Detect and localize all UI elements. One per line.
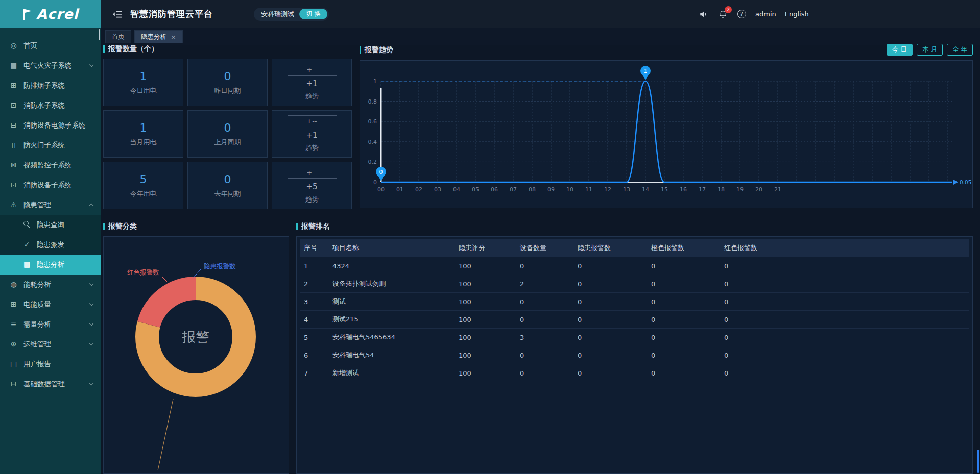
stat-value: 0 <box>224 173 231 186</box>
sidebar-item[interactable]: ✓隐患派发 <box>0 235 101 255</box>
sidebar-item[interactable]: ⊟消防设备电源子系统 <box>0 115 101 135</box>
stat-card[interactable]: +--+1趋势 <box>272 110 352 158</box>
sidebar-item[interactable]: ▤用户报告 <box>0 354 101 374</box>
base-data-icon: ⊟ <box>9 380 18 388</box>
svg-text:0.05: 0.05 <box>960 179 971 185</box>
stat-card[interactable]: 0去年同期 <box>187 162 268 209</box>
sidebar-item[interactable]: ⊠视频监控子系统 <box>0 155 101 175</box>
sidebar-item[interactable]: ⊟基础数据管理 <box>0 374 101 394</box>
svg-text:21: 21 <box>774 186 781 193</box>
svg-text:0.6: 0.6 <box>368 118 377 125</box>
help-icon[interactable]: ? <box>736 9 747 19</box>
main-scrollbar-thumb[interactable] <box>977 450 979 473</box>
sidebar-item[interactable]: ≡需量分析 <box>0 314 101 334</box>
stat-card[interactable]: +--+1趋势 <box>272 59 352 106</box>
category-chart-panel: 报警红色报警数隐患报警数 <box>103 236 289 474</box>
sidebar-menu: ◎首页▦电气火灾子系统⊞防排烟子系统⊡消防水子系统⊟消防设备电源子系统▯防火门子… <box>0 28 101 394</box>
stat-card[interactable]: 0昨日同期 <box>187 59 268 106</box>
fire-door-icon: ▯ <box>9 141 18 149</box>
sidebar-item[interactable]: 隐患查询 <box>0 215 101 235</box>
stat-card[interactable]: 1当月用电 <box>103 110 183 158</box>
collapse-sidebar-icon[interactable] <box>112 10 122 18</box>
svg-text:16: 16 <box>680 186 687 193</box>
sidebar-item[interactable]: ⊡消防设备子系统 <box>0 175 101 195</box>
section-title: 报警趋势 <box>360 45 393 55</box>
chevron-up-icon <box>89 204 93 208</box>
alarm-category-section: 报警分类 报警红色报警数隐患报警数 <box>103 221 289 474</box>
table-cell: 0 <box>578 280 651 288</box>
category-chart: 报警红色报警数隐患报警数 <box>104 237 289 473</box>
table-cell: 0 <box>578 316 651 323</box>
sidebar-item[interactable]: ⊞防排烟子系统 <box>0 76 101 95</box>
app-title: 智慧消防管理云平台 <box>130 8 213 20</box>
trend-chart: 0001020304050607080910111213141516171819… <box>360 61 972 208</box>
table-cell: 0 <box>724 280 969 288</box>
tab-label: 首页 <box>112 33 125 41</box>
tab-label: 隐患分析 <box>141 33 166 41</box>
project-switcher: 安科瑞测试 切 换 <box>254 8 329 21</box>
svg-text:0.8: 0.8 <box>368 98 377 105</box>
svg-text:17: 17 <box>699 186 706 193</box>
stat-card[interactable]: +--+5趋势 <box>272 162 352 209</box>
language-switcher[interactable]: English <box>785 10 809 18</box>
table-row[interactable]: 6安科瑞电气541000000 <box>300 346 969 364</box>
range-button[interactable]: 本 月 <box>917 44 943 56</box>
chart-marker: 1 <box>640 66 651 80</box>
sidebar-item[interactable]: ◎首页 <box>0 36 101 56</box>
table-cell: 0 <box>520 369 578 377</box>
sidebar-item[interactable]: ▯防火门子系统 <box>0 135 101 155</box>
sidebar-item[interactable]: ▦电气火灾子系统 <box>0 56 101 76</box>
tab-首页[interactable]: 首页 <box>105 30 131 43</box>
range-button[interactable]: 全 年 <box>947 44 973 56</box>
bell-icon[interactable]: 2 <box>718 9 728 19</box>
section-title: 报警分类 <box>103 221 289 232</box>
table-row[interactable]: 3测试1000000 <box>300 293 969 311</box>
stat-card[interactable]: 5今年用电 <box>103 162 183 209</box>
table-cell: 7 <box>304 369 332 377</box>
notification-badge: 2 <box>725 6 732 13</box>
close-tab-icon[interactable]: × <box>171 34 176 40</box>
sidebar-item[interactable]: ⊞电能质量 <box>0 294 101 314</box>
user-menu[interactable]: admin <box>755 10 776 18</box>
stat-card[interactable]: 1今日用电 <box>103 59 183 106</box>
stat-value: 1 <box>140 70 147 83</box>
table-row[interactable]: 5安科瑞电气54656341003000 <box>300 329 969 346</box>
table-cell: 3 <box>304 298 332 306</box>
ops-icon: ⊕ <box>9 340 18 348</box>
stat-card[interactable]: 0上月同期 <box>187 110 268 158</box>
range-button[interactable]: 今 日 <box>887 44 913 56</box>
svg-text:06: 06 <box>491 186 498 193</box>
svg-text:19: 19 <box>736 186 744 193</box>
sidebar-item[interactable]: ⊡消防水子系统 <box>0 95 101 115</box>
svg-text:1: 1 <box>644 68 648 74</box>
svg-text:18: 18 <box>718 186 725 193</box>
sidebar-scrollbar-thumb[interactable] <box>99 29 100 40</box>
svg-text:09: 09 <box>547 186 555 193</box>
table-row[interactable]: 143241000000 <box>300 257 969 275</box>
tab-隐患分析[interactable]: 隐患分析× <box>134 30 183 43</box>
sidebar-item[interactable]: ⊕运维管理 <box>0 334 101 354</box>
table-row[interactable]: 7新增测试1000000 <box>300 364 969 382</box>
svg-text:07: 07 <box>510 186 517 193</box>
table-header-cell: 序号 <box>304 243 332 253</box>
table-cell: 6 <box>304 352 332 359</box>
svg-text:红色报警数: 红色报警数 <box>127 268 159 276</box>
table-cell: 0 <box>520 316 578 323</box>
tab-bar: 首页隐患分析× <box>101 28 980 45</box>
sidebar-item-label: 首页 <box>23 41 37 51</box>
table-row[interactable]: 2设备拓扑测试勿删1002000 <box>300 275 969 293</box>
sidebar-item[interactable]: ⚠隐患管理 <box>0 195 101 215</box>
switch-project-button[interactable]: 切 换 <box>299 9 327 19</box>
check-icon: ✓ <box>22 240 31 249</box>
svg-text:20: 20 <box>755 186 762 193</box>
volume-icon[interactable] <box>699 9 709 19</box>
sidebar-item[interactable]: ◍能耗分析 <box>0 275 101 294</box>
svg-text:0: 0 <box>373 179 377 186</box>
svg-text:00: 00 <box>377 186 385 193</box>
section-title-text: 报警分类 <box>108 222 137 231</box>
table-header-cell: 隐患报警数 <box>578 243 651 253</box>
table-header-cell: 红色报警数 <box>724 243 969 253</box>
sidebar-item[interactable]: ▤隐患分析 <box>0 255 101 275</box>
trend-chart-panel: 0001020304050607080910111213141516171819… <box>360 60 973 208</box>
table-row[interactable]: 4测试2151000000 <box>300 311 969 329</box>
